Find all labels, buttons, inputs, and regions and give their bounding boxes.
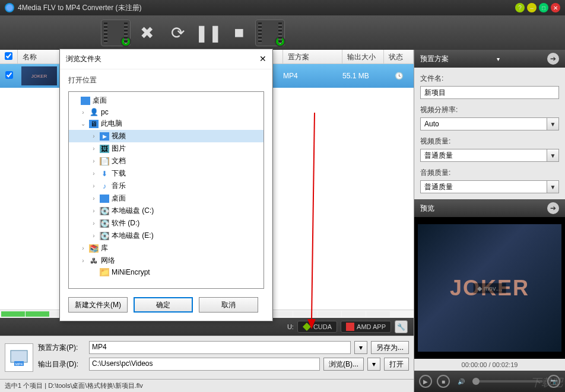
chevron-down-icon[interactable]: ▼ <box>547 180 559 193</box>
browse-button[interactable]: 浏览(B)... <box>323 358 364 371</box>
settings-button[interactable]: 🔧 <box>395 320 408 333</box>
chevron-down-icon[interactable]: ▼ <box>547 117 559 130</box>
tree-disk-c[interactable]: ›💽本地磁盘 (C:) <box>69 205 264 217</box>
tree-thispc[interactable]: ⌄🖥此电脑 <box>69 117 264 130</box>
tree-network[interactable]: ›🖧网络 <box>69 254 264 267</box>
titlebar: 4Media FLV to MP4 Converter (未注册) ? – □ … <box>0 0 565 15</box>
tree-disk-e[interactable]: ›💽本地磁盘 (E:) <box>69 230 264 242</box>
new-folder-button[interactable]: 新建文件夹(M) <box>68 297 128 313</box>
dialog-close-button[interactable]: ✕ <box>259 54 266 64</box>
refresh-button[interactable]: ⟳ <box>163 20 192 46</box>
filename-input[interactable] <box>420 86 559 99</box>
audio-quality-select[interactable] <box>420 180 547 193</box>
dest-input[interactable]: C:\Users\pc\Videos <box>89 358 320 371</box>
seek-knob[interactable] <box>472 378 480 385</box>
nvidia-icon <box>303 323 311 331</box>
filename-label: 文件名: <box>420 74 559 84</box>
stop-button[interactable]: ■ <box>224 20 254 46</box>
tree-documents[interactable]: ›📄文档 <box>69 155 264 167</box>
video-quality-label: 视频质量: <box>420 136 559 146</box>
close-button[interactable]: ✕ <box>551 3 560 12</box>
tree-downloads[interactable]: ›⬇下载 <box>69 167 264 180</box>
tree-libraries[interactable]: ›📚库 <box>69 242 264 254</box>
preset-panel-body: 文件名: 视频分辨率: ▼ 视频质量: ▼ 音频质量: ▼ <box>414 68 565 199</box>
browse-folder-dialog: 浏览文件夹 ✕ 打开位置 桌面 ›👤pc ⌄🖥此电脑 ›▶视频 ›🖼图片 ›📄文… <box>59 49 273 321</box>
preview-overlay: ◆ mov… <box>474 283 506 293</box>
volume-icon[interactable]: 🔊 <box>455 375 468 388</box>
add-file-button[interactable]: + <box>101 20 131 46</box>
main-toolbar: + ✖ ⟳ ❚❚ ■ + <box>0 15 565 50</box>
play-button[interactable]: ▶ <box>419 375 432 388</box>
amd-icon <box>346 323 354 331</box>
output-area: MP4 预置方案(P): MP4 ▾ 另存为... 输出目录(D): C:\Us… <box>0 336 414 379</box>
statusbar: 选中1 个项目 | D:\tools\桌面\格式转换\新项目.flv <box>0 379 414 392</box>
help-button[interactable]: ? <box>515 3 525 12</box>
gpu-prefix: U: <box>287 323 294 330</box>
maximize-button[interactable]: □ <box>539 3 548 12</box>
dialog-title: 浏览文件夹 <box>66 54 101 64</box>
preset-panel-header: 预置方案▾ ➔ <box>414 50 565 68</box>
ok-button[interactable]: 确定 <box>134 297 193 313</box>
col-status[interactable]: 状态 <box>384 50 414 63</box>
browse-dropdown-button[interactable]: ▾ <box>367 358 380 371</box>
watermark: 下载吧 <box>531 375 563 390</box>
preset-dropdown-button[interactable]: ▾ <box>354 341 367 354</box>
mp4-icon: MP4 <box>9 348 28 367</box>
preview-panel-header: 预览 ➔ <box>414 199 565 217</box>
video-quality-select[interactable] <box>420 149 547 162</box>
row-size: 55.1 MB <box>342 72 384 80</box>
resolution-label: 视频分辨率: <box>420 105 559 115</box>
plus-icon: + <box>120 36 131 47</box>
col-size[interactable]: 输出大小 <box>342 50 384 63</box>
row-thumbnail: JOKER <box>21 66 57 85</box>
cuda-button[interactable]: CUDA <box>297 321 337 333</box>
tree-desktop[interactable]: 桌面 <box>69 94 264 107</box>
tree-user[interactable]: ›👤pc <box>69 107 264 117</box>
tree-desktop2[interactable]: ›桌面 <box>69 192 264 205</box>
resolution-select[interactable] <box>420 117 547 130</box>
svg-rect-0 <box>11 350 27 362</box>
row-status-icon: 🕓 <box>384 72 414 80</box>
preset-select[interactable]: MP4 <box>89 341 351 354</box>
minimize-button[interactable]: – <box>527 3 537 12</box>
tree-music[interactable]: ›♪音乐 <box>69 180 264 192</box>
folder-tree[interactable]: 桌面 ›👤pc ⌄🖥此电脑 ›▶视频 ›🖼图片 ›📄文档 ›⬇下载 ›♪音乐 ›… <box>68 91 264 289</box>
open-button[interactable]: 打开 <box>384 358 409 371</box>
tree-videos[interactable]: ›▶视频 <box>69 130 264 142</box>
app-icon <box>5 3 14 12</box>
select-all-checkbox[interactable] <box>0 50 18 63</box>
preview-area[interactable]: JOKER ◆ mov… <box>414 217 565 359</box>
preset-label: 预置方案(P): <box>38 343 85 353</box>
saveas-button[interactable]: 另存为... <box>371 341 409 354</box>
svg-text:MP4: MP4 <box>15 362 23 366</box>
audio-quality-label: 音频质量: <box>420 168 559 178</box>
remove-button[interactable]: ✖ <box>132 20 161 46</box>
preset-expand-button[interactable]: ➔ <box>547 53 559 65</box>
pause-button[interactable]: ❚❚ <box>193 20 223 46</box>
tree-miniencrypt[interactable]: 📁MiNiEncrypt <box>69 267 264 278</box>
gear-icon: 🔧 <box>397 323 405 331</box>
right-pane: 预置方案▾ ➔ 文件名: 视频分辨率: ▼ 视频质量: ▼ 音频质量: ▼ 预览… <box>414 50 565 392</box>
output-format-icon[interactable]: MP4 <box>5 343 33 372</box>
row-preset: MP4 <box>283 72 342 80</box>
row-checkbox[interactable] <box>5 71 13 79</box>
dialog-subtitle: 打开位置 <box>60 69 272 91</box>
convert-button[interactable]: + <box>255 20 285 46</box>
plus-icon: + <box>275 36 285 47</box>
cancel-button[interactable]: 取消 <box>199 297 258 313</box>
col-preset[interactable]: 置方案 <box>283 50 342 63</box>
player-stop-button[interactable]: ■ <box>437 375 450 388</box>
preview-time: 00:00:00 / 00:02:19 <box>414 359 565 371</box>
tree-pictures[interactable]: ›🖼图片 <box>69 142 264 155</box>
tree-disk-d[interactable]: ›💽软件 (D:) <box>69 217 264 230</box>
chevron-down-icon[interactable]: ▼ <box>547 149 559 162</box>
amd-button[interactable]: AMD APP <box>341 321 391 333</box>
preview-expand-button[interactable]: ➔ <box>547 202 559 214</box>
dest-label: 输出目录(D): <box>38 359 85 369</box>
app-title: 4Media FLV to MP4 Converter (未注册) <box>18 3 515 13</box>
